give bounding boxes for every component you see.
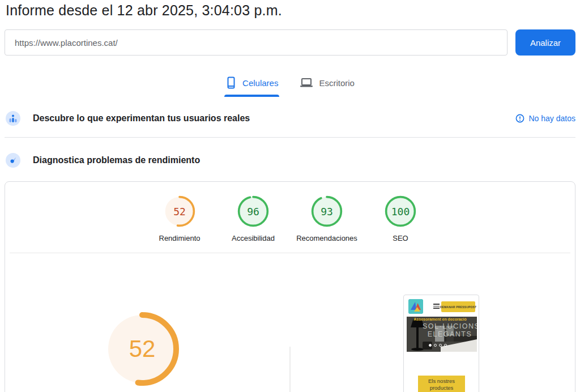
report-card: 52 Rendimiento 96 Accesibilidad	[5, 181, 575, 392]
tab-desktop-label: Escritorio	[319, 78, 355, 88]
score-value: 52	[163, 195, 196, 228]
hamburger-menu-icon	[433, 304, 440, 310]
score-value: 100	[384, 195, 417, 228]
pagespeed-report: Informe desde el 12 abr 2025, 3:04:03 p.…	[0, 0, 580, 392]
score-label: Recomendaciones	[296, 234, 357, 242]
no-data-link[interactable]: No hay datos	[515, 114, 576, 123]
page-title: Informe desde el 12 abr 2025, 3:04:03 p.…	[6, 2, 282, 19]
device-tabs: Celulares Escritorio	[0, 76, 580, 90]
field-data-section-header: Descubre lo que experimentan tus usuario…	[6, 111, 575, 126]
carousel-dots	[407, 344, 469, 347]
card-divider	[10, 253, 570, 253]
category-scores: 52 Rendimiento 96 Accesibilidad	[5, 195, 575, 242]
site-header: DEMANAR PRESSUPOST	[404, 295, 479, 317]
performance-gauge-value: 52	[103, 309, 182, 389]
site-screenshot-thumbnail[interactable]: DEMANAR PRESSUPOST Assesorament en decor…	[403, 295, 479, 392]
smartphone-icon	[225, 76, 237, 89]
vertical-divider	[289, 347, 291, 392]
tab-mobile[interactable]: Celulares	[225, 76, 278, 90]
analyze-button[interactable]: Analizar	[515, 29, 575, 56]
info-icon	[515, 114, 524, 123]
field-data-title: Descubre lo que experimentan tus usuario…	[33, 113, 250, 123]
score-label: Accesibilidad	[232, 234, 275, 242]
site-hero-image: Assesorament en decoració SOL·LUCIONS EL…	[407, 317, 477, 352]
section-divider	[5, 137, 575, 138]
site-logo	[408, 299, 423, 314]
score-best-practices[interactable]: 93 Recomendaciones	[290, 195, 364, 242]
site-hero-tagline: Assesorament en decoració	[407, 317, 474, 321]
score-label: Rendimiento	[159, 234, 201, 242]
score-label: SEO	[393, 234, 408, 242]
tab-mobile-label: Celulares	[242, 78, 278, 88]
url-input[interactable]	[5, 29, 508, 56]
laptop-icon	[300, 77, 313, 88]
score-accessibility[interactable]: 96 Accesibilidad	[216, 195, 290, 242]
active-tab-underline	[224, 95, 279, 97]
score-performance[interactable]: 52 Rendimiento	[143, 195, 216, 242]
score-value: 93	[310, 195, 343, 228]
no-data-label: No hay datos	[529, 114, 576, 123]
tab-desktop[interactable]: Escritorio	[300, 76, 355, 90]
lab-data-title: Diagnostica problemas de rendimiento	[33, 155, 200, 165]
speedometer-icon	[6, 153, 20, 168]
site-quote-button: DEMANAR PRESSUPOST	[441, 301, 475, 312]
site-cta-button: Els nostres productes	[418, 376, 465, 392]
performance-gauge: 52	[103, 309, 182, 389]
score-value: 96	[237, 195, 270, 228]
score-seo[interactable]: 100 SEO	[364, 195, 437, 242]
lab-data-section-header: Diagnostica problemas de rendimiento	[6, 153, 575, 168]
site-hero-title: SOL·LUCIONS ELEGANTS	[423, 322, 477, 338]
users-metrics-icon	[6, 111, 20, 126]
